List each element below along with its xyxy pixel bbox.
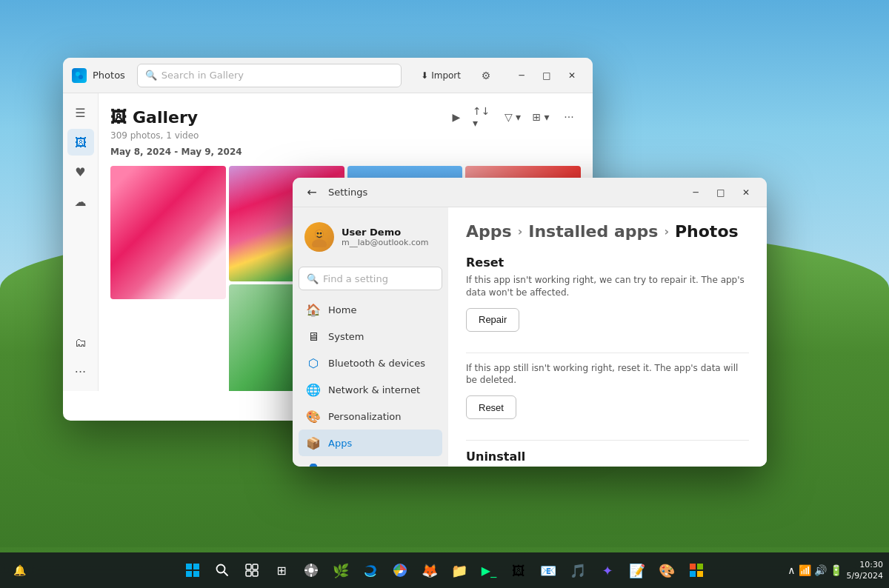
reset-desc-2: If this app still isn't working right, r… [466, 362, 749, 387]
avatar [304, 222, 334, 252]
taskbar-firefox-icon[interactable]: 🦊 [416, 557, 443, 584]
svg-rect-16 [253, 571, 258, 576]
nav-label-bluetooth: Bluetooth & devices [328, 358, 425, 369]
taskbar-notes-icon[interactable]: 📝 [624, 557, 650, 584]
sidebar-cloud-icon[interactable]: ☁ [67, 188, 94, 215]
slideshow-icon[interactable]: ▶ [444, 105, 468, 129]
photos-search-bar[interactable]: 🔍 Search in Gallery [137, 64, 402, 87]
breadcrumb-photos: Photos [675, 222, 739, 241]
nav-item-home[interactable]: 🏠 Home [299, 296, 442, 323]
settings-search-bar[interactable]: 🔍 Find a setting [299, 267, 442, 290]
svg-point-3 [312, 239, 327, 247]
find-setting-placeholder: Find a setting [323, 273, 388, 284]
svg-point-18 [309, 568, 314, 573]
breadcrumb: Apps › Installed apps › Photos [466, 222, 749, 241]
widgets-button[interactable]: ⊞ [268, 557, 295, 584]
taskbar-store-icon[interactable] [683, 557, 710, 584]
divider-2 [466, 440, 749, 441]
system-tray-icons: ∧ 📶 🔊 🔋 [788, 564, 842, 576]
nav-item-apps[interactable]: 📦 Apps [299, 430, 442, 456]
tray-volume-icon[interactable]: 🔊 [814, 564, 827, 576]
user-info: User Demo m__lab@outlook.com [342, 227, 436, 247]
maximize-button[interactable]: □ [535, 64, 559, 87]
close-button[interactable]: ✕ [560, 64, 584, 87]
settings-sidebar: User Demo m__lab@outlook.com 🔍 Find a se… [293, 207, 448, 467]
task-view-button[interactable] [239, 557, 265, 584]
taskbar-photos-icon[interactable]: 🖼 [505, 557, 532, 584]
taskbar-explorer-icon[interactable]: 📁 [446, 557, 473, 584]
photo-item[interactable] [110, 166, 226, 299]
taskbar-settings-icon[interactable] [298, 557, 324, 584]
sidebar-folders-icon[interactable]: 🗂 [67, 329, 94, 355]
nav-item-personalization[interactable]: 🎨 Personalization [299, 403, 442, 430]
sort-button[interactable]: ↑↓ ▾ [473, 105, 496, 129]
nav-item-bluetooth[interactable]: ⬡ Bluetooth & devices [299, 350, 442, 376]
date-range: May 8, 2024 - May 9, 2024 [110, 147, 581, 157]
taskbar-copilot-icon[interactable]: ✦ [594, 557, 621, 584]
filter-button[interactable]: ▽ ▾ [501, 105, 525, 129]
start-button[interactable] [179, 557, 206, 584]
nav-item-system[interactable]: 🖥 System [299, 323, 442, 350]
taskbar-music-icon[interactable]: 🎵 [565, 557, 591, 584]
reset-button[interactable]: Reset [466, 395, 516, 419]
svg-rect-8 [193, 564, 199, 569]
nav-item-accounts[interactable]: 👤 Accounts [299, 456, 442, 467]
user-profile[interactable]: User Demo m__lab@outlook.com [299, 213, 442, 261]
home-icon: 🏠 [306, 303, 321, 317]
taskbar-notification-icon[interactable]: 🔔 [6, 557, 33, 584]
svg-rect-21 [304, 569, 307, 571]
divider [466, 353, 749, 353]
taskbar-browser-icon[interactable]: 🌿 [327, 557, 354, 584]
import-button[interactable]: ⬇ Import [413, 67, 468, 84]
gallery-header: 🖼 Gallery ▶ ↑↓ ▾ ▽ ▾ ⊞ ▾ ··· 309 photos,… [110, 105, 581, 157]
svg-rect-26 [697, 564, 703, 569]
more-options-icon[interactable]: ··· [557, 105, 581, 129]
reset-desc-1: If this app isn't working right, we can … [466, 274, 749, 299]
system-clock[interactable]: 10:30 5/9/2024 [847, 559, 883, 582]
settings-icon[interactable]: ⚙ [474, 64, 498, 87]
settings-maximize-button[interactable]: □ [709, 181, 733, 204]
uninstall-section-title: Uninstall [466, 450, 749, 464]
system-icon: 🖥 [306, 330, 321, 344]
search-icon: 🔍 [145, 70, 157, 81]
repair-button[interactable]: Repair [466, 308, 519, 332]
reset-section-title: Reset [466, 255, 749, 270]
taskbar-edge-icon[interactable] [357, 557, 384, 584]
search-button[interactable] [209, 557, 236, 584]
nav-label-system: System [328, 331, 364, 342]
taskbar-center: ⊞ 🌿 [179, 557, 710, 584]
sidebar-menu-icon[interactable]: ☰ [67, 99, 94, 126]
settings-close-button[interactable]: ✕ [734, 181, 758, 204]
svg-rect-22 [315, 569, 318, 571]
sidebar-favorites-icon[interactable]: ♥ [67, 158, 94, 185]
svg-rect-27 [690, 571, 696, 577]
nav-label-network: Network & internet [328, 384, 420, 395]
taskbar: 🔔 [0, 552, 889, 588]
svg-rect-28 [697, 571, 703, 577]
taskbar-chrome-icon[interactable] [387, 557, 413, 584]
nav-item-network[interactable]: 🌐 Network & internet [299, 376, 442, 403]
settings-body: User Demo m__lab@outlook.com 🔍 Find a se… [293, 207, 767, 467]
desktop: Photos 🔍 Search in Gallery ⬇ Import ⚙ ─ … [0, 0, 889, 588]
back-button[interactable]: ← [302, 182, 322, 203]
taskbar-terminal-icon[interactable]: ▶_ [476, 557, 502, 584]
svg-point-5 [317, 233, 319, 235]
accounts-icon: 👤 [306, 463, 321, 467]
taskbar-mail-icon[interactable]: 📧 [535, 557, 562, 584]
view-button[interactable]: ⊞ ▾ [529, 105, 553, 129]
svg-point-4 [316, 230, 323, 238]
tray-network-icon[interactable]: 📶 [799, 564, 811, 576]
sidebar-gallery-icon[interactable]: 🖼 [67, 129, 94, 156]
gallery-toolbar: ▶ ↑↓ ▾ ▽ ▾ ⊞ ▾ ··· [444, 105, 581, 129]
tray-chevron-icon[interactable]: ∧ [788, 564, 795, 576]
photos-titlebar: Photos 🔍 Search in Gallery ⬇ Import ⚙ ─ … [63, 58, 593, 93]
svg-rect-20 [310, 574, 312, 577]
clock-time: 10:30 [847, 559, 883, 570]
settings-minimize-button[interactable]: ─ [684, 181, 707, 204]
taskbar-paint-icon[interactable]: 🎨 [653, 557, 680, 584]
svg-point-1 [79, 75, 83, 79]
photos-title: Photos [93, 70, 125, 81]
tray-battery-icon[interactable]: 🔋 [830, 564, 842, 576]
sidebar-more-icon[interactable]: ··· [67, 358, 94, 385]
minimize-button[interactable]: ─ [510, 64, 533, 87]
